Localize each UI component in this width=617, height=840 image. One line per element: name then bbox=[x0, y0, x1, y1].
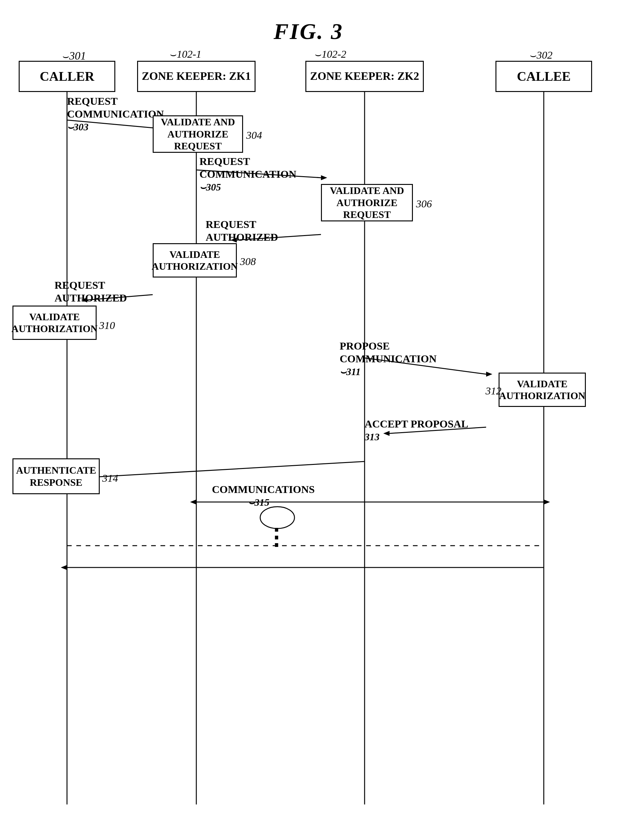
svg-marker-13 bbox=[486, 372, 492, 377]
entity-zk1: ZONE KEEPER: ZK1 bbox=[137, 61, 255, 92]
ref-312: 312 bbox=[486, 385, 501, 397]
process-314: AUTHENTICATERESPONSE bbox=[12, 458, 100, 494]
ref-304: 304 bbox=[246, 129, 262, 141]
ref-314: 314 bbox=[102, 472, 118, 484]
ref-1022: ⌣102-2 bbox=[315, 48, 346, 61]
entity-caller: CALLER bbox=[19, 61, 115, 92]
process-304: VALIDATE ANDAUTHORIZE REQUEST bbox=[153, 115, 243, 153]
ref-306: 306 bbox=[416, 198, 432, 210]
msg-311: PROPOSE COMMUNICATION ⌣311 bbox=[339, 340, 452, 378]
entity-callee: CALLEE bbox=[496, 61, 592, 92]
process-310: VALIDATEAUTHORIZATION bbox=[12, 306, 97, 340]
ref-301: ⌣301 bbox=[62, 49, 86, 62]
ref-1021: ⌣102-1 bbox=[170, 48, 201, 61]
svg-marker-20 bbox=[544, 500, 550, 504]
process-312: VALIDATEAUTHORIZATION bbox=[499, 373, 586, 407]
figure-title: FIG. 3 bbox=[0, 0, 617, 44]
process-308: VALIDATEAUTHORIZATION bbox=[153, 243, 237, 278]
msg-313: ACCEPT PROPOSAL 313 bbox=[365, 418, 477, 444]
msg-303: REQUEST COMMUNICATION ⌣303 bbox=[67, 95, 154, 133]
svg-marker-23 bbox=[61, 565, 67, 570]
process-306: VALIDATE ANDAUTHORIZE REQUEST bbox=[321, 184, 413, 221]
entity-zk2: ZONE KEEPER: ZK2 bbox=[306, 61, 424, 92]
dots-label: ⋮ bbox=[265, 524, 291, 550]
msg-315: COMMUNICATIONS ⌣315 bbox=[212, 483, 306, 509]
msg-305: REQUEST COMMUNICATION ⌣305 bbox=[199, 155, 296, 193]
ref-308: 308 bbox=[240, 256, 256, 268]
ref-310: 310 bbox=[99, 319, 115, 331]
svg-marker-7 bbox=[321, 175, 327, 180]
page: FIG. 3 bbox=[0, 0, 617, 840]
ref-302: ⌣302 bbox=[530, 49, 552, 61]
svg-marker-19 bbox=[190, 500, 196, 504]
